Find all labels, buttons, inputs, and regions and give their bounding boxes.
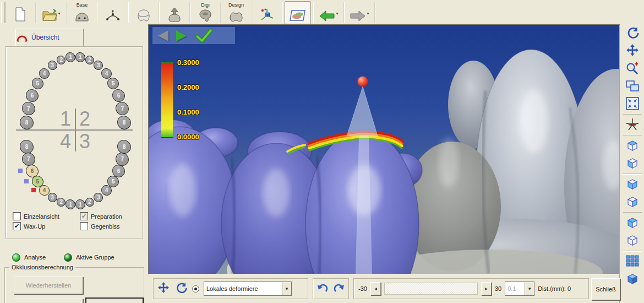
toolbar-grip[interactable] bbox=[1, 2, 6, 23]
cube-right-button[interactable] bbox=[620, 193, 644, 211]
tooth-upper-4[interactable]: 4 bbox=[101, 68, 112, 79]
tooth-lower-4[interactable]: 4 bbox=[39, 185, 50, 196]
preparation-margin-button[interactable] bbox=[130, 1, 157, 24]
3d-viewport[interactable]: 0.3000 0.2000 0.1000 0.0000 bbox=[149, 25, 619, 274]
grid-multiview-button[interactable] bbox=[620, 253, 644, 270]
dropdown-arrow-icon[interactable]: ▾ bbox=[58, 11, 60, 16]
partially-visible-button[interactable] bbox=[14, 299, 83, 303]
quadrant-label-2: 2 bbox=[79, 109, 96, 129]
zoom-in-button[interactable] bbox=[620, 60, 644, 78]
tooth-lower-3[interactable]: 3 bbox=[94, 193, 103, 202]
tooth-lower-7[interactable]: 7 bbox=[22, 153, 35, 166]
redo-button[interactable] bbox=[334, 282, 346, 295]
dropdown-arrow-icon[interactable]: ▾ bbox=[336, 11, 338, 16]
cube-back-button[interactable] bbox=[620, 232, 644, 250]
checkbox-preparation[interactable]: ✔Preparation bbox=[80, 212, 122, 220]
nav-confirm-button[interactable] bbox=[194, 29, 213, 43]
move-tool-button[interactable] bbox=[157, 282, 170, 296]
view-3d-button[interactable] bbox=[254, 1, 280, 24]
cube-top-button[interactable] bbox=[620, 137, 644, 155]
tooth-upper-8[interactable]: 8 bbox=[20, 116, 34, 129]
rotate-view-button[interactable] bbox=[620, 25, 644, 42]
color-scale-bar bbox=[161, 62, 173, 138]
tooth-upper-1[interactable]: 1 bbox=[75, 52, 85, 62]
checkbox-label: Preparation bbox=[91, 213, 122, 220]
slider-track[interactable] bbox=[384, 283, 478, 295]
tooth-lower-8[interactable]: 8 bbox=[20, 140, 34, 154]
slider-right-button[interactable]: ► bbox=[481, 282, 492, 295]
checkbox-box[interactable]: ✔ bbox=[80, 212, 88, 220]
control-point-sphere[interactable] bbox=[358, 77, 368, 87]
model-extract-button[interactable] bbox=[161, 1, 188, 24]
tooth-upper-1[interactable]: 1 bbox=[66, 52, 75, 62]
right-toolbar bbox=[619, 25, 644, 303]
tooth-lower-6[interactable]: 6 bbox=[112, 165, 125, 177]
dropdown-arrow-icon[interactable]: ▾ bbox=[367, 11, 369, 16]
tooth-upper-5[interactable]: 5 bbox=[32, 78, 43, 89]
step-value: 0.1 bbox=[505, 285, 525, 292]
cube-top-icon bbox=[626, 138, 639, 154]
deform-mode-dropdown[interactable]: Lokales deformiere ▼ bbox=[204, 282, 292, 296]
restore-button[interactable]: Wiederherstellen bbox=[14, 277, 83, 294]
checkbox-box[interactable] bbox=[13, 212, 21, 220]
tooth-lower-2[interactable]: 2 bbox=[85, 198, 94, 207]
deform-mode-value: Lokales deformiere bbox=[204, 285, 282, 292]
checkbox-einzelansicht[interactable]: Einzelansicht bbox=[13, 212, 59, 220]
cube-iso-button[interactable] bbox=[620, 270, 644, 288]
toolbar-separator bbox=[97, 2, 98, 23]
cube-front-button[interactable] bbox=[620, 214, 644, 232]
forward-button[interactable]: ▾ bbox=[346, 1, 373, 24]
axis-star-button[interactable] bbox=[620, 116, 644, 134]
checkbox-waxup[interactable]: ✔Wax-Up bbox=[13, 222, 45, 230]
quadrant-divider-vertical bbox=[75, 109, 76, 152]
checkbox-box[interactable]: ✔ bbox=[13, 222, 21, 230]
tooth-upper-6[interactable]: 6 bbox=[112, 89, 125, 102]
tooth-upper-6[interactable]: 6 bbox=[26, 89, 39, 102]
back-button[interactable]: ▾ bbox=[315, 1, 342, 24]
nav-forward-button[interactable] bbox=[176, 30, 187, 41]
tooth-upper-3[interactable]: 3 bbox=[94, 61, 103, 70]
tab-uebersicht[interactable]: Übersicht bbox=[15, 29, 84, 46]
tooth-upper-2[interactable]: 2 bbox=[85, 56, 94, 64]
digitize-button[interactable]: Digi bbox=[192, 1, 219, 24]
tooth-lower-1[interactable]: 1 bbox=[66, 199, 75, 209]
cube-bottom-button[interactable] bbox=[620, 155, 644, 172]
open-file-button[interactable]: ▾ bbox=[38, 1, 64, 24]
cube-left-button[interactable] bbox=[620, 176, 644, 193]
tooth-lower-2[interactable]: 2 bbox=[57, 198, 66, 207]
zoom-window-button[interactable] bbox=[620, 78, 644, 95]
tooth-upper-4[interactable]: 4 bbox=[39, 68, 50, 79]
checkbox-box[interactable] bbox=[80, 222, 88, 230]
tooth-lower-7[interactable]: 7 bbox=[116, 153, 129, 166]
tooth-upper-2[interactable]: 2 bbox=[57, 56, 66, 64]
tooth-upper-5[interactable]: 5 bbox=[107, 78, 119, 89]
occlusion-view-button[interactable] bbox=[285, 1, 311, 24]
pan-view-button[interactable] bbox=[620, 42, 644, 60]
checkbox-gegenbiss[interactable]: Gegenbiss bbox=[80, 222, 120, 230]
tooth-lower-1[interactable]: 1 bbox=[75, 199, 85, 209]
cube-left-icon bbox=[626, 177, 639, 192]
tooth-upper-7[interactable]: 7 bbox=[22, 102, 35, 115]
base-button[interactable]: Base bbox=[69, 1, 95, 24]
new-file-button[interactable] bbox=[7, 1, 34, 24]
close-button[interactable]: Schließ bbox=[591, 278, 620, 300]
cube-back-icon bbox=[626, 233, 639, 248]
tooth-lower-5[interactable]: 5 bbox=[107, 176, 119, 187]
undo-button[interactable] bbox=[316, 282, 328, 295]
mode-radio[interactable] bbox=[192, 285, 199, 293]
tooth-upper-7[interactable]: 7 bbox=[116, 102, 129, 115]
partially-visible-default-button[interactable] bbox=[85, 297, 144, 303]
digitize-label: Digi bbox=[193, 2, 218, 8]
design-button[interactable]: Design bbox=[223, 1, 249, 24]
occlusion-groupbox: Okklusionsberechnung Wiederherstellen bbox=[4, 267, 144, 303]
margin-curve-button[interactable] bbox=[100, 1, 126, 24]
tooth-lower-8[interactable]: 8 bbox=[117, 140, 131, 154]
tooth-lower-3[interactable]: 3 bbox=[48, 193, 57, 202]
tooth-upper-3[interactable]: 3 bbox=[48, 61, 57, 70]
chevron-down-icon[interactable]: ▼ bbox=[282, 282, 291, 295]
slider-left-button[interactable]: ◄ bbox=[370, 282, 381, 295]
nav-back-button[interactable] bbox=[158, 30, 168, 41]
tooth-upper-8[interactable]: 8 bbox=[117, 116, 131, 129]
rotate-tool-button[interactable] bbox=[174, 282, 188, 296]
fit-view-button[interactable] bbox=[620, 95, 644, 113]
